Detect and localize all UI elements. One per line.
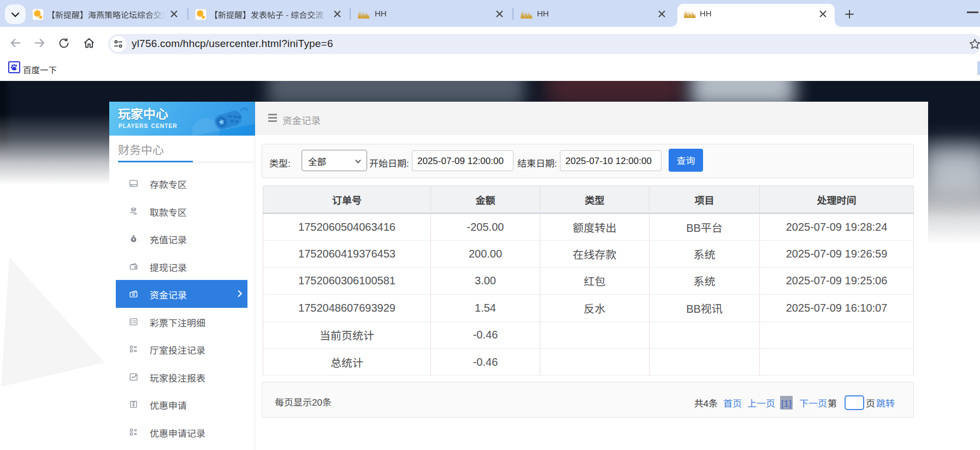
svg-text:¥: ¥ (133, 237, 135, 241)
